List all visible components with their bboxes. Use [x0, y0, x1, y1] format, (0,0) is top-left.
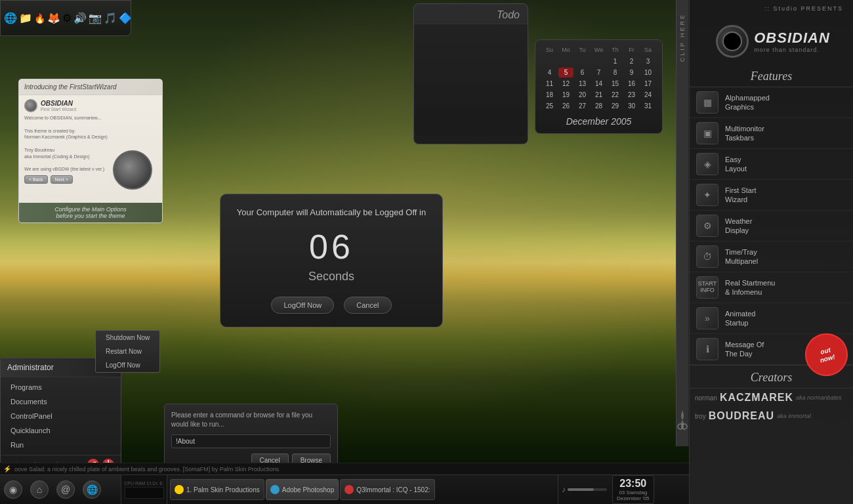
- cal-cell-6[interactable]: 6: [575, 68, 590, 77]
- cal-cell-4[interactable]: 4: [542, 68, 557, 77]
- start-menu-documents[interactable]: Documents: [1, 394, 121, 409]
- wizard-line1: This theme is created by:: [24, 128, 157, 135]
- firststartz-icon: ✦: [696, 184, 718, 206]
- taskbar-icon-globe[interactable]: 🌐: [80, 478, 104, 501]
- cal-cell-20[interactable]: 20: [575, 90, 590, 100]
- taskbar-app-palmskin[interactable]: 1. Palm Skin Productions: [170, 479, 264, 500]
- cal-cell-31[interactable]: 31: [640, 101, 655, 111]
- taskbar-icon-media[interactable]: ◉: [1, 478, 25, 501]
- obsidian-brand-name: OBSIDIAN: [754, 30, 830, 47]
- cal-cell-empty: [575, 56, 590, 66]
- toolbar-icon-folder[interactable]: 📁: [19, 10, 32, 26]
- cal-cell-13[interactable]: 13: [575, 79, 590, 89]
- wizard-next-button[interactable]: Next >: [51, 175, 73, 184]
- toolbar-icon-ie[interactable]: 🌐: [4, 10, 17, 26]
- cal-cell-11[interactable]: 11: [542, 79, 557, 89]
- wizard-welcome: Welcome to OBSIDIAN, summariew...: [24, 115, 157, 121]
- cal-cell-24[interactable]: 24: [640, 90, 655, 100]
- wizard-back-button[interactable]: < Back: [24, 175, 48, 184]
- cal-cell-9[interactable]: 9: [624, 68, 639, 77]
- cpu-graph: [125, 487, 164, 499]
- cal-cell-28[interactable]: 28: [591, 101, 606, 111]
- feature-weather[interactable]: ⚙ WeatherDisplay: [690, 211, 853, 242]
- studio-presents: :: Studio PRESENTS: [690, 0, 853, 12]
- start-menu-quicklaunch[interactable]: Quicklaunch: [1, 423, 121, 438]
- cal-cell-2[interactable]: 2: [624, 56, 639, 66]
- toolbar-icon-photo[interactable]: 📷: [89, 10, 102, 26]
- cal-cell-17[interactable]: 17: [640, 79, 655, 89]
- cal-cell-22[interactable]: 22: [608, 90, 623, 100]
- run-dialog-prompt: Please enter a command or browse for a f…: [171, 411, 331, 429]
- wizard-brand: OBSIDIAN: [41, 100, 76, 107]
- creator-kaczmarek-last: KACZMAREK: [720, 392, 793, 404]
- volume-bar[interactable]: [568, 488, 607, 491]
- ctx-restart-now[interactable]: Restart Now: [96, 345, 159, 358]
- start-menu: Administrator i Programs Documents Contr…: [0, 358, 121, 474]
- start-menu-programs[interactable]: Programs: [1, 380, 121, 394]
- cal-cell-14[interactable]: 14: [591, 79, 606, 89]
- feature-alphamapped[interactable]: ▦ AlphamappedGraphics: [690, 87, 853, 118]
- multimonitor-label: MultimonitorTaskbars: [725, 124, 764, 143]
- feature-firststartz[interactable]: ✦ First StartWizard: [690, 180, 853, 211]
- toolbar-icon-firefox[interactable]: 🦊: [47, 10, 60, 26]
- cal-cell-29[interactable]: 29: [608, 101, 623, 111]
- cal-cell-1[interactable]: 1: [608, 56, 623, 66]
- palmskin-label: 1. Palm Skin Productions: [186, 486, 260, 494]
- cal-cell-23[interactable]: 23: [624, 90, 639, 100]
- cal-cell-10[interactable]: 10: [640, 68, 655, 77]
- ctx-logoff-now[interactable]: LogOff Now: [96, 358, 159, 372]
- cal-cell-16[interactable]: 16: [624, 79, 639, 89]
- cal-cell-19[interactable]: 19: [558, 90, 573, 100]
- feature-easylayout[interactable]: ◈ EasyLayout: [690, 149, 853, 180]
- photoshop-icon: [270, 485, 280, 494]
- cal-cell-27[interactable]: 27: [575, 101, 590, 111]
- ctx-shutdown-now[interactable]: Shutdown Now: [96, 331, 159, 345]
- toolbar-icon-extra[interactable]: 🔷: [119, 10, 132, 26]
- logoff-cancel-button[interactable]: Cancel: [344, 297, 391, 314]
- feature-animated[interactable]: » AnimatedStartup: [690, 303, 853, 334]
- feature-timetray[interactable]: ⏱ Time/TrayMultipanel: [690, 242, 853, 272]
- toolbar-icon-config[interactable]: ⚙: [62, 10, 72, 26]
- calendar-grid: 1234567891011121314151617181920212223242…: [542, 56, 655, 111]
- taskbar-icon-home[interactable]: ⌂: [28, 478, 51, 501]
- globe-icon: 🌐: [83, 480, 101, 499]
- wizard-header: Introducing the FirstStartWizard: [19, 79, 162, 95]
- start-menu-controlpanel[interactable]: ControlPanel: [1, 409, 121, 423]
- cal-wed: We: [591, 47, 606, 53]
- start-menu-run[interactable]: Run: [1, 438, 121, 452]
- wizard-brand-block: OBSIDIAN First Start Wizard: [41, 100, 76, 112]
- cal-cell-15[interactable]: 15: [608, 79, 623, 89]
- start-menu-items: Programs Documents ControlPanel Quicklau…: [1, 377, 121, 455]
- taskbar-app-photoshop[interactable]: Adobe Photoshop: [266, 479, 339, 500]
- cal-cell-5[interactable]: 5: [558, 68, 573, 77]
- cal-cell-26[interactable]: 26: [558, 101, 573, 111]
- cal-cell-21[interactable]: 21: [591, 90, 606, 100]
- logoff-now-button[interactable]: LogOff Now: [271, 297, 334, 314]
- clock-date1: 03 Samstag: [617, 490, 650, 495]
- right-panel: :: Studio PRESENTS OBSIDIAN more than st…: [689, 0, 853, 504]
- cal-cell-7[interactable]: 7: [591, 68, 606, 77]
- feature-multimonitor[interactable]: ▣ MultimonitorTaskbars: [690, 118, 853, 149]
- toolbar-icon-fire[interactable]: 🔥: [34, 10, 45, 26]
- feature-realstart[interactable]: STARTINFO Real Startmenu& Infomenu: [690, 272, 853, 303]
- taskbar-app-icq[interactable]: Q3Immortal : ICQ - 1502:: [340, 479, 434, 500]
- realstart-icon: STARTINFO: [696, 276, 718, 299]
- cal-cell-18[interactable]: 18: [542, 90, 557, 100]
- cal-cell-8[interactable]: 8: [608, 68, 623, 77]
- toolbar-icon-audio[interactable]: 🔊: [73, 10, 87, 26]
- ticker-lightning-icon: ⚡: [3, 465, 11, 472]
- wizard-footer-text1: Configure the Main Options: [24, 206, 157, 213]
- cal-cell-3[interactable]: 3: [640, 56, 655, 66]
- calendar-day-headers: Su Mo Tu We Th Fr Sa: [542, 47, 655, 53]
- cal-cell-30[interactable]: 30: [624, 101, 639, 111]
- clock-time: 23:50: [617, 478, 650, 490]
- media-icon: ◉: [4, 480, 22, 499]
- toolbar-icon-music[interactable]: 🎵: [104, 10, 117, 26]
- cal-sun: Su: [542, 47, 557, 53]
- messageday-icon: ℹ: [696, 338, 718, 360]
- obsidian-ring-logo: [716, 25, 749, 58]
- taskbar-icon-at[interactable]: @: [54, 478, 77, 501]
- cal-cell-25[interactable]: 25: [542, 101, 557, 111]
- run-command-input[interactable]: [171, 434, 331, 448]
- cal-cell-12[interactable]: 12: [558, 79, 573, 89]
